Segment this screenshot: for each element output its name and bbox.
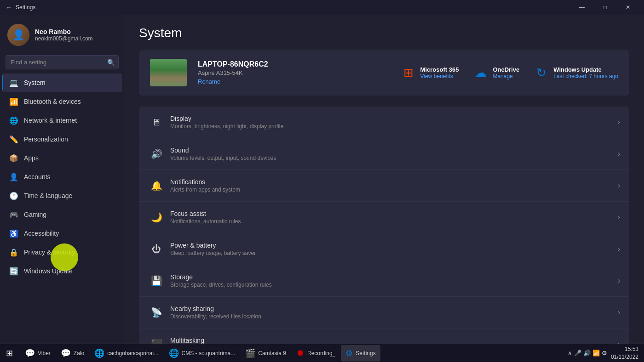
nav-icon-network: 🌐 [9, 116, 18, 125]
taskbar-label-zalo: Zalo [74, 350, 84, 356]
taskbar-icon-settings: ⚙ [345, 348, 353, 358]
user-profile[interactable]: 👤 Neo Rambo neokim005@gmail.com [0, 15, 124, 53]
nav-icon-apps: 📦 [9, 153, 18, 163]
nav-icon-winupdate: 🔄 [9, 266, 18, 276]
sidebar-item-accounts[interactable]: 👤 Accounts [2, 168, 122, 186]
speaker-icon[interactable]: 🔊 [583, 350, 591, 356]
chevron-icon-notifications: › [618, 181, 620, 190]
nav-label-privacy: Privacy & security [24, 249, 75, 256]
device-name: LAPTOP-86NQR6C2 [198, 60, 390, 68]
sidebar-item-time[interactable]: 🕐 Time & language [2, 187, 122, 205]
settings-desc-notifications: Alerts from apps and system [170, 187, 618, 193]
service-onedrive: ☁ OneDrive Manage [473, 65, 519, 80]
device-card: LAPTOP-86NQR6C2 Aspire A315-54K Rename ⊞… [139, 50, 629, 96]
service-icon-onedrive: ☁ [473, 65, 488, 80]
gear-sys-icon[interactable]: ⚙ [602, 350, 607, 356]
minimize-button[interactable]: — [571, 0, 592, 15]
sidebar-item-apps[interactable]: 📦 Apps [2, 149, 122, 167]
taskbar-item-viber[interactable]: 💬 Viber [20, 345, 55, 362]
settings-title-focus: Focus assist [170, 210, 618, 217]
settings-title-notifications: Notifications [170, 178, 618, 186]
title-bar-left: ← Settings [6, 4, 35, 11]
settings-icon-power: ⏻ [148, 241, 165, 257]
user-name: Neo Rambo [35, 28, 117, 35]
settings-list: 🖥 Display Monitors, brightness, night li… [139, 107, 629, 362]
user-email: neokim005@gmail.com [35, 35, 117, 42]
taskbar-item-zalo[interactable]: 💬 Zalo [56, 345, 89, 362]
nav-icon-privacy: 🔒 [9, 248, 18, 257]
service-action-winupdate[interactable]: Last checked: 7 hours ago [553, 73, 618, 79]
title-bar: ← Settings — □ ✕ [0, 0, 644, 15]
nav-icon-accessibility: ♿ [9, 229, 18, 238]
service-action-ms365[interactable]: View benefits [420, 73, 459, 79]
settings-icon-notifications: 🔔 [148, 177, 165, 194]
maximize-button[interactable]: □ [594, 0, 615, 15]
search-input[interactable] [6, 55, 119, 69]
sidebar-item-system[interactable]: 💻 System [2, 74, 122, 92]
taskbar-label-chrome2: CMS - so.quantrima... [182, 350, 236, 356]
settings-row-display[interactable]: 🖥 Display Monitors, brightness, night li… [139, 107, 629, 138]
taskbar-item-camtasia[interactable]: 🎬 Camtasia 9 [241, 345, 291, 362]
sidebar-item-privacy[interactable]: 🔒 Privacy & security [2, 243, 122, 261]
chevron-icon-display: › [618, 118, 620, 126]
sidebar-item-network[interactable]: 🌐 Network & internet [2, 111, 122, 130]
nav-label-gaming: Gaming [24, 211, 46, 218]
service-info-ms365: Microsoft 365 View benefits [420, 66, 459, 79]
title-bar-title: Settings [16, 4, 35, 11]
taskbar-item-chrome1[interactable]: 🌐 cachgobancapnhat... [90, 345, 163, 362]
taskbar-item-chrome2[interactable]: 🌐 CMS - so.quantrima... [164, 345, 240, 362]
nav-icon-personalization: ✏️ [9, 135, 18, 144]
settings-title-power: Power & battery [170, 242, 618, 249]
settings-title-multitasking: Multitasking [170, 337, 618, 344]
taskbar-label-settings: Settings [356, 350, 375, 356]
settings-title-nearby: Nearby sharing [170, 305, 618, 312]
chevron-up-icon[interactable]: ∧ [568, 350, 572, 356]
taskbar-sys: ∧ 🎤 🔊 📶 ⚙ 15:53 01/11/2022 [562, 345, 644, 361]
settings-desc-nearby: Discoverability, received files location [170, 313, 618, 320]
service-name-ms365: Microsoft 365 [420, 66, 459, 73]
settings-row-notifications[interactable]: 🔔 Notifications Alerts from apps and sys… [139, 170, 629, 202]
nav-label-system: System [24, 79, 46, 86]
sidebar-item-gaming[interactable]: 🎮 Gaming [2, 205, 122, 224]
sidebar-item-accessibility[interactable]: ♿ Accessibility [2, 224, 122, 243]
network-icon[interactable]: 📶 [592, 350, 600, 356]
taskbar-item-recording[interactable]: ⏺ Recording_ [292, 345, 340, 362]
settings-icon-focus: 🌙 [148, 209, 165, 226]
sys-icons: ∧ 🎤 🔊 📶 ⚙ [568, 350, 607, 356]
start-button[interactable]: ⊞ [0, 344, 18, 362]
nav-icon-time: 🕐 [9, 191, 18, 200]
back-button[interactable]: ← [6, 4, 12, 11]
settings-row-power[interactable]: ⏻ Power & battery Sleep, battery usage, … [139, 233, 629, 265]
device-model: Aspire A315-54K [198, 69, 390, 76]
settings-text-power: Power & battery Sleep, battery usage, ba… [170, 242, 618, 256]
search-icon: 🔍 [107, 59, 115, 66]
sys-time: 15:53 01/11/2022 [611, 345, 638, 361]
service-icon-winupdate: ↻ [534, 65, 549, 80]
nav-label-personalization: Personalization [24, 136, 68, 143]
search-box: 🔍 [6, 55, 119, 69]
title-bar-controls: — □ ✕ [571, 0, 638, 15]
taskbar-item-settings[interactable]: ⚙ Settings [341, 345, 380, 362]
service-action-onedrive[interactable]: Manage [493, 73, 519, 79]
close-button[interactable]: ✕ [617, 0, 638, 15]
taskbar-icon-camtasia: 🎬 [245, 348, 255, 358]
settings-text-storage: Storage Storage space, drives, configura… [170, 273, 618, 288]
service-info-onedrive: OneDrive Manage [493, 66, 519, 79]
nav-icon-system: 💻 [9, 78, 18, 87]
user-info: Neo Rambo neokim005@gmail.com [35, 28, 117, 42]
device-rename-link[interactable]: Rename [198, 78, 220, 85]
chevron-icon-focus: › [618, 213, 620, 221]
sidebar-item-winupdate[interactable]: 🔄 Windows Update [2, 262, 122, 280]
sidebar-item-personalization[interactable]: ✏️ Personalization [2, 130, 122, 148]
settings-row-focus[interactable]: 🌙 Focus assist Notifications, automatic … [139, 202, 629, 233]
settings-row-nearby[interactable]: 📡 Nearby sharing Discoverability, receiv… [139, 297, 629, 328]
settings-row-storage[interactable]: 💾 Storage Storage space, drives, configu… [139, 265, 629, 297]
settings-title-sound: Sound [170, 147, 618, 154]
sys-time-value: 15:53 [611, 345, 638, 353]
taskbar-label-viber: Viber [38, 350, 51, 356]
nav-label-time: Time & language [24, 192, 72, 199]
settings-desc-storage: Storage space, drives, configuration rul… [170, 282, 618, 288]
nav-list: 💻 System 📶 Bluetooth & devices 🌐 Network… [0, 73, 124, 281]
sidebar-item-bluetooth[interactable]: 📶 Bluetooth & devices [2, 92, 122, 111]
settings-row-sound[interactable]: 🔊 Sound Volume levels, output, input, so… [139, 138, 629, 170]
